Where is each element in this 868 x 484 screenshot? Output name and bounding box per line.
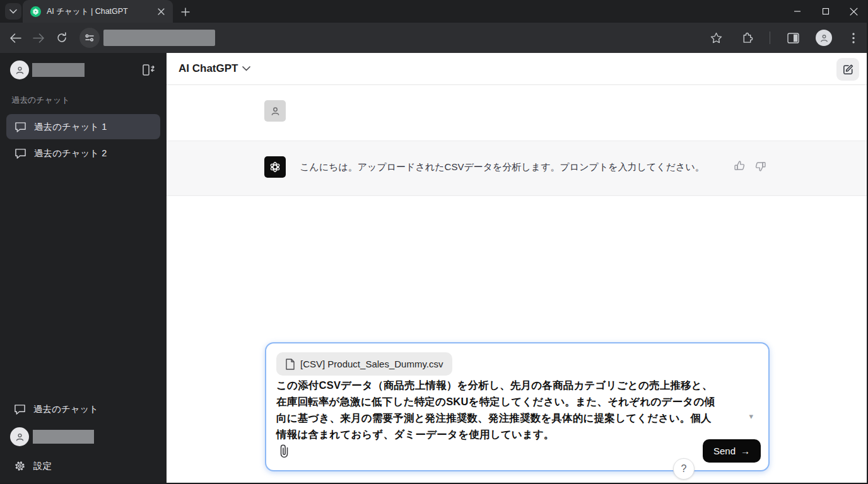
star-icon: [710, 32, 722, 43]
chevron-down-icon: [9, 9, 17, 14]
app-content: 過去のチャット 過去のチャット 1 過去のチャット 2 過去のチャット: [0, 53, 868, 484]
help-question-mark: ?: [681, 463, 687, 475]
user-avatar[interactable]: [10, 60, 29, 79]
attachment-chip[interactable]: [CSV] Product_Sales_Dummy.csv: [276, 352, 452, 376]
person-icon: [269, 105, 281, 117]
maximize-icon: [822, 8, 830, 15]
tab-title: AI チャット | ChatGPT: [47, 6, 156, 17]
sidebar-collapse-button[interactable]: [141, 63, 156, 77]
user-avatar: [10, 427, 29, 446]
sidebar-toggle-icon: [141, 63, 156, 77]
settings-label: 設定: [33, 460, 52, 472]
chat-bubble-icon: [14, 404, 26, 415]
sidebar-item-label: 過去のチャット 1: [34, 121, 107, 133]
reload-icon: [56, 32, 67, 43]
person-icon: [15, 65, 25, 76]
minimize-icon: [794, 8, 801, 15]
prompt-input[interactable]: この添付CSVデータ（商品売上情報）を分析し、先月の各商品カテゴリごとの売上推移…: [276, 377, 719, 442]
chat-bubble-icon: [15, 122, 26, 132]
browser-window: AI チャット | ChatGPT: [0, 0, 868, 484]
user-message-avatar: [264, 100, 286, 122]
back-button[interactable]: [7, 30, 23, 46]
window-close-button[interactable]: [840, 0, 868, 23]
toolbar-separator: [770, 32, 770, 44]
page-title: AI ChatGPT: [179, 62, 238, 75]
attachment-filename: [CSV] Product_Sales_Dummy.csv: [300, 359, 443, 369]
footer-history-label: 過去のチャット: [33, 403, 98, 415]
forward-arrow-icon: [33, 33, 45, 43]
side-panel-button[interactable]: [785, 30, 801, 46]
assistant-message-row: こんにちは。アップロードされたCSVデータを分析します。プロンプトを入力してくだ…: [167, 141, 868, 196]
close-icon: [850, 8, 858, 16]
thumbs-up-button[interactable]: [733, 159, 746, 175]
site-settings-button[interactable]: [79, 28, 100, 48]
plus-icon: [181, 8, 190, 16]
sidebar-item-label: 過去のチャット 2: [34, 147, 107, 159]
chevron-down-icon: [242, 66, 250, 71]
assistant-avatar: [264, 156, 286, 178]
file-icon: [286, 359, 295, 370]
browser-tab[interactable]: AI チャット | ChatGPT: [23, 0, 173, 23]
model-selector[interactable]: AI ChatGPT: [179, 62, 250, 75]
side-panel-icon: [787, 33, 799, 43]
tune-sliders-icon: [85, 33, 95, 42]
back-arrow-icon: [9, 33, 21, 43]
extensions-puzzle-icon: [741, 32, 753, 44]
address-bar-redacted-url[interactable]: [103, 30, 215, 46]
sidebar-item-chat-2[interactable]: 過去のチャット 2: [6, 141, 160, 166]
extensions-button[interactable]: [739, 30, 755, 46]
send-button[interactable]: Send →: [703, 439, 761, 463]
sidebar-settings[interactable]: 設定: [8, 455, 159, 476]
send-arrow-icon: →: [741, 446, 750, 456]
reload-button[interactable]: [54, 30, 70, 46]
browser-menu-button[interactable]: [845, 30, 862, 46]
assistant-message-text: こんにちは。アップロードされたCSVデータを分析します。プロンプトを入力してくだ…: [300, 161, 716, 173]
prompt-composer[interactable]: [CSV] Product_Sales_Dummy.csv この添付CSVデータ…: [265, 342, 770, 471]
redacted-username: [33, 430, 94, 444]
forward-button[interactable]: [30, 30, 47, 46]
chat-bubble-icon: [15, 148, 26, 159]
composer-resize-caret-icon[interactable]: ▾: [749, 412, 753, 421]
thumbs-down-icon: [754, 159, 767, 173]
openai-logo-icon: [268, 160, 282, 174]
send-label: Send: [713, 446, 736, 456]
sidebar-footer-history[interactable]: 過去のチャット: [8, 398, 159, 420]
thumbs-up-icon: [733, 159, 746, 173]
gear-icon: [14, 460, 26, 472]
history-section-label: 過去のチャット: [11, 95, 70, 106]
thumbs-down-button[interactable]: [754, 159, 767, 175]
browser-toolbar: [0, 23, 868, 53]
bookmark-button[interactable]: [708, 30, 724, 46]
window-maximize-button[interactable]: [811, 0, 840, 23]
paperclip-icon: [279, 444, 290, 459]
browser-profile-button[interactable]: [816, 30, 832, 46]
user-message-row: [167, 85, 868, 141]
sidebar: 過去のチャット 過去のチャット 1 過去のチャット 2 過去のチャット: [0, 53, 167, 484]
window-minimize-button[interactable]: [783, 0, 811, 23]
sidebar-account-row[interactable]: [10, 427, 94, 446]
tab-close-icon[interactable]: [156, 6, 167, 17]
redacted-username: [32, 63, 85, 77]
new-tab-button[interactable]: [178, 4, 193, 20]
kebab-menu-icon: [852, 33, 855, 43]
window-controls: [783, 0, 868, 23]
person-icon: [819, 33, 829, 43]
person-icon: [15, 432, 25, 442]
new-chat-button[interactable]: [836, 58, 859, 81]
tab-strip: AI チャット | ChatGPT: [0, 0, 868, 23]
sidebar-item-chat-1[interactable]: 過去のチャット 1: [6, 114, 160, 139]
attach-file-button[interactable]: [279, 444, 290, 461]
compose-pencil-icon: [842, 64, 854, 76]
chat-header: AI ChatGPT: [167, 53, 868, 85]
help-button[interactable]: ?: [673, 458, 695, 480]
chatgpt-favicon-icon: [30, 6, 41, 17]
tab-search-chevron-button[interactable]: [5, 3, 21, 20]
